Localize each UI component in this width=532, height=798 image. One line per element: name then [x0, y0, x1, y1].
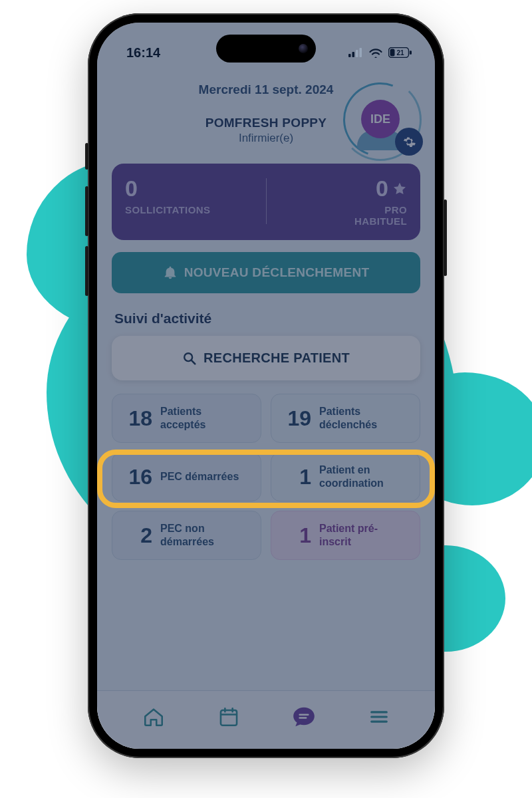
gear-icon: [402, 134, 416, 149]
menu-icon: [368, 706, 390, 728]
phone-side-button: [85, 246, 88, 296]
svg-rect-1: [352, 52, 355, 57]
cellular-icon: [348, 48, 363, 57]
wifi-icon: [368, 47, 383, 58]
chat-icon: [291, 704, 317, 730]
settings-button[interactable]: [395, 128, 423, 156]
status-icons: 21: [348, 47, 412, 58]
search-patient-button[interactable]: RECHERCHE PATIENT: [112, 336, 420, 380]
svg-rect-10: [220, 710, 236, 726]
divider: [266, 178, 267, 224]
home-icon: [142, 706, 165, 728]
tile-count: 18: [123, 406, 152, 431]
tile-pec-non-demarrees[interactable]: 2 PEC non démarrées: [112, 511, 261, 560]
dynamic-island: [216, 35, 316, 63]
stat-pro-habituel[interactable]: 0 PRO HABITUEL: [276, 176, 408, 227]
svg-rect-6: [390, 49, 395, 57]
svg-rect-3: [360, 48, 362, 57]
svg-rect-0: [348, 54, 351, 57]
stats-card[interactable]: 0 SOLLICITATIONS 0 PRO HABITUEL: [112, 164, 420, 240]
tile-count: 16: [123, 465, 152, 489]
tile-label: PEC non démarrées: [160, 522, 250, 549]
tile-count: 2: [123, 523, 152, 548]
section-title: Suivi d'activité: [114, 311, 418, 327]
battery-icon: 21: [388, 47, 412, 58]
tile-label: Patient en coordination: [319, 464, 409, 490]
tab-chat[interactable]: [288, 701, 320, 733]
avatar-badge: IDE: [361, 100, 400, 138]
svg-rect-5: [410, 51, 412, 55]
tile-label: Patient pré-inscrit: [319, 522, 409, 549]
app-content: Mercredi 11 sept. 2024 POMFRESH POPPY In…: [97, 23, 435, 749]
header: Mercredi 11 sept. 2024 POMFRESH POPPY In…: [97, 76, 435, 158]
activity-tiles: 18 Patients acceptés 19 Patients déclenc…: [112, 394, 420, 560]
calendar-icon: [217, 706, 240, 728]
star-icon: [392, 182, 407, 196]
tab-home[interactable]: [138, 701, 170, 733]
button-label: NOUVEAU DÉCLENCHEMENT: [184, 265, 370, 280]
status-time: 16:14: [126, 45, 160, 61]
bell-icon: [163, 265, 178, 280]
svg-text:21: 21: [396, 49, 404, 57]
stat-label: PRO: [276, 204, 408, 215]
new-trigger-button[interactable]: NOUVEAU DÉCLENCHEMENT: [112, 252, 420, 293]
stat-count: 0: [376, 176, 407, 201]
tile-count: 1: [282, 523, 311, 548]
tile-patients-acceptes[interactable]: 18 Patients acceptés: [112, 394, 261, 443]
svg-rect-2: [356, 50, 358, 57]
svg-line-9: [192, 360, 195, 363]
tile-patients-declenches[interactable]: 19 Patients déclenchés: [271, 394, 420, 443]
tile-pec-demarrees[interactable]: 16 PEC démarrées: [112, 452, 261, 501]
tile-patient-pre-inscrit[interactable]: 1 Patient pré-inscrit: [271, 511, 420, 560]
stat-count: 0: [125, 176, 138, 201]
tab-calendar[interactable]: [213, 701, 245, 733]
tile-label: Patients déclenchés: [319, 405, 409, 432]
phone-side-button: [444, 200, 447, 276]
tile-count: 1: [282, 465, 311, 489]
phone-side-button: [85, 143, 88, 170]
stat-sollicitations[interactable]: 0 SOLLICITATIONS: [125, 176, 257, 227]
tab-menu[interactable]: [363, 701, 395, 733]
stat-label: HABITUEL: [276, 215, 408, 227]
avatar[interactable]: IDE: [340, 80, 420, 160]
tile-label: Patients acceptés: [160, 405, 250, 432]
phone-screen: 16:14 21: [97, 23, 435, 749]
tile-count: 19: [282, 406, 311, 431]
tile-label: PEC démarrées: [160, 470, 239, 483]
tile-patient-coordination[interactable]: 1 Patient en coordination: [271, 452, 420, 501]
stat-label: SOLLICITATIONS: [125, 204, 257, 215]
search-icon: [182, 351, 197, 366]
phone-frame: 16:14 21: [88, 13, 444, 758]
phone-side-button: [85, 186, 88, 236]
tab-bar: [97, 690, 435, 749]
button-label: RECHERCHE PATIENT: [203, 350, 350, 366]
